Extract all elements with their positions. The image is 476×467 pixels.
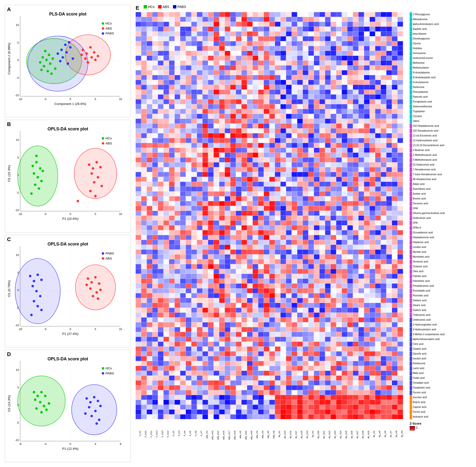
row-class-indicator [410, 376, 412, 380]
row-class-indicator [410, 269, 412, 274]
col-label-text: h_m12 [155, 431, 158, 437]
row-label: Heptanoic acid [410, 240, 471, 245]
svg-point-91 [102, 142, 104, 145]
col-label-text: h_m14 [167, 431, 169, 437]
svg-point-153 [43, 405, 45, 407]
col-label-text: da_m2 [312, 431, 314, 437]
row-class-indicator [410, 318, 412, 322]
row-label: 10Z-Nonadecenoic acid [410, 129, 471, 133]
svg-point-160 [93, 396, 95, 398]
col-label-text: da_m6 [384, 431, 386, 437]
panel-e: E HCs ABS PABS [131, 5, 471, 462]
panel-b-legend-abs: ABS [105, 142, 112, 145]
panel-c-label: C [7, 236, 11, 243]
panel-b: B OPLS-DA score plot P1 (22.6%) O1 (15.3… [5, 120, 131, 232]
row-class-indicator [410, 182, 412, 187]
panel-b-svg: OPLS-DA score plot P1 (22.6%) O1 (15.3%)… [5, 120, 131, 232]
svg-point-28 [50, 72, 52, 75]
row-class-indicator [410, 298, 412, 303]
svg-point-163 [94, 410, 97, 412]
row-label-text: Methionine [413, 61, 425, 65]
zscore-colorbar [410, 426, 415, 431]
svg-text:10: 10 [119, 327, 122, 330]
row-class-indicator [410, 410, 412, 415]
svg-point-127 [86, 284, 88, 286]
row-class-indicator [410, 259, 412, 264]
row-label-text: Heptadecenoic acid [413, 235, 434, 240]
row-class-indicator [410, 41, 412, 46]
col-label-text: ada_m6 [273, 431, 275, 439]
row-label: Eicosadienoic acid [410, 230, 471, 235]
row-label-text: Glutaric acid [413, 347, 426, 351]
row-label-text: Tridecanoic acid [413, 313, 430, 317]
row-class-indicator [410, 395, 412, 400]
svg-point-46 [59, 60, 62, 62]
svg-point-168 [99, 405, 102, 407]
col-label: da_m29 [364, 431, 370, 462]
row-label: Homoserine [410, 51, 471, 56]
svg-point-161 [97, 400, 99, 402]
row-label-text: Dihomo-gamma-linolenic acid [413, 211, 445, 216]
row-label: Sebacic acid [410, 298, 471, 303]
svg-point-152 [39, 401, 41, 403]
panel-d-legend-pabs: PABS [105, 371, 114, 375]
heatmap-canvas-container [136, 12, 408, 431]
svg-point-114 [39, 295, 41, 297]
svg-point-70 [39, 167, 41, 170]
row-label-text: 2-Methylhexanoic acid [413, 153, 437, 157]
col-label-text: h_m7 [200, 431, 202, 436]
col-label-text: da_m19 [306, 431, 308, 439]
col-label: da_m20 [314, 431, 320, 462]
svg-point-32 [93, 51, 95, 53]
row-label-text: 13,16,19-Docosatrienoic acid [413, 143, 444, 148]
row-label: Tridecanoic acid [410, 313, 471, 317]
row-label-text: 12-Hydroxystearic acid [413, 138, 438, 143]
svg-text:-5: -5 [44, 213, 47, 215]
svg-point-68 [31, 165, 34, 167]
panel-c-yaxis: O1 (0.79%) [7, 280, 11, 297]
row-class-indicator [410, 245, 412, 250]
svg-text:-5: -5 [44, 98, 47, 101]
svg-point-117 [40, 309, 43, 311]
svg-point-156 [45, 408, 48, 411]
row-class-indicator [410, 61, 412, 65]
svg-point-115 [33, 300, 35, 302]
col-label-text: da_m24 [339, 431, 342, 439]
col-label-text: da_m27 [356, 431, 359, 439]
col-label-text: ada_m10 [211, 431, 214, 440]
row-class-indicator [410, 158, 412, 162]
row-class-indicator [410, 201, 412, 206]
row-label: Decanoic acid [410, 201, 471, 206]
svg-text:5: 5 [17, 41, 19, 44]
col-label: da_m9 [398, 431, 403, 462]
row-label-text: Palmitic acid [413, 274, 426, 279]
row-label-text: Ketoleucine [413, 361, 425, 366]
row-class-indicator [410, 66, 412, 70]
svg-text:0: 0 [17, 59, 19, 62]
svg-text:5: 5 [17, 156, 19, 159]
row-label: Tryptophan [410, 109, 471, 114]
svg-point-81 [95, 161, 98, 163]
svg-point-122 [98, 282, 100, 285]
row-label-text: Oleic acid [413, 269, 424, 274]
svg-point-109 [33, 280, 35, 282]
col-label: da_m21 [320, 431, 325, 462]
row-label: Dihomo-gamma-linolenic acid [410, 211, 471, 216]
row-label-text: Ricinoleic acid [413, 293, 428, 298]
row-label: Aspartic acid [410, 27, 471, 31]
svg-point-170 [102, 372, 104, 375]
row-class-indicator [410, 56, 412, 61]
row-label: Dimethylglycine [410, 36, 471, 41]
col-label-text: ada_m26 [250, 431, 253, 440]
panel-d-legend-hcs: HCs [105, 366, 112, 370]
col-label: ada_m18 [230, 431, 236, 462]
svg-text:0: 0 [70, 327, 71, 330]
svg-point-129 [102, 252, 104, 254]
col-label: ada_m3 [253, 431, 258, 462]
svg-point-69 [35, 161, 38, 163]
row-label: Histidine [410, 46, 471, 51]
row-class-indicator [410, 361, 412, 366]
row-label-text: 3-Hydroxybutyric acid [413, 327, 436, 332]
svg-point-108 [29, 274, 31, 277]
svg-text:0: 0 [70, 442, 71, 445]
